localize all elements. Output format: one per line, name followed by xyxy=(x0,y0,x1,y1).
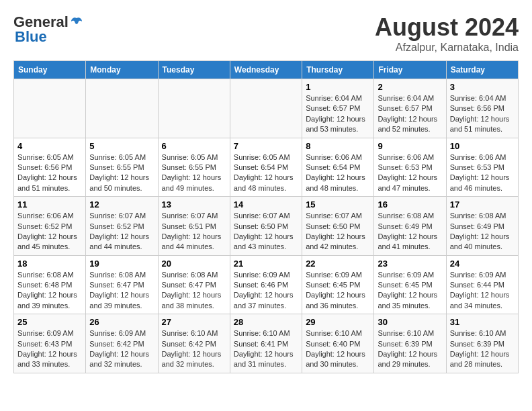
day-number: 31 xyxy=(450,317,515,327)
calendar-cell xyxy=(158,79,230,138)
day-number: 13 xyxy=(162,199,226,210)
day-number: 17 xyxy=(450,199,515,210)
day-number: 6 xyxy=(162,141,226,151)
day-info: Sunrise: 6:09 AM Sunset: 6:43 PM Dayligh… xyxy=(17,328,82,370)
calendar-cell: 8Sunrise: 6:06 AM Sunset: 6:54 PM Daylig… xyxy=(302,138,374,197)
calendar-cell: 16Sunrise: 6:08 AM Sunset: 6:49 PM Dayli… xyxy=(374,197,446,256)
logo: General Blue xyxy=(13,13,83,46)
day-info: Sunrise: 6:06 AM Sunset: 6:53 PM Dayligh… xyxy=(378,152,442,194)
calendar-cell: 6Sunrise: 6:05 AM Sunset: 6:55 PM Daylig… xyxy=(158,138,230,197)
day-number: 29 xyxy=(306,317,370,327)
calendar-cell: 17Sunrise: 6:08 AM Sunset: 6:49 PM Dayli… xyxy=(446,197,518,256)
day-number: 1 xyxy=(306,82,370,92)
day-info: Sunrise: 6:05 AM Sunset: 6:55 PM Dayligh… xyxy=(162,152,226,194)
day-number: 3 xyxy=(450,82,515,92)
calendar-cell: 7Sunrise: 6:05 AM Sunset: 6:54 PM Daylig… xyxy=(230,138,302,197)
day-number: 25 xyxy=(17,317,82,327)
calendar-week-row: 11Sunrise: 6:06 AM Sunset: 6:52 PM Dayli… xyxy=(14,197,519,256)
day-number: 26 xyxy=(89,317,154,327)
day-number: 2 xyxy=(378,82,442,92)
calendar-cell: 19Sunrise: 6:08 AM Sunset: 6:47 PM Dayli… xyxy=(86,255,158,314)
day-info: Sunrise: 6:05 AM Sunset: 6:55 PM Dayligh… xyxy=(89,152,154,194)
weekday-header-wednesday: Wednesday xyxy=(230,61,302,79)
calendar-cell: 4Sunrise: 6:05 AM Sunset: 6:56 PM Daylig… xyxy=(14,138,86,197)
day-info: Sunrise: 6:04 AM Sunset: 6:57 PM Dayligh… xyxy=(306,93,370,135)
day-info: Sunrise: 6:04 AM Sunset: 6:57 PM Dayligh… xyxy=(378,93,442,135)
title-area: August 2024 Afzalpur, Karnataka, India xyxy=(375,13,519,54)
logo-bird-icon xyxy=(70,15,83,29)
day-info: Sunrise: 6:06 AM Sunset: 6:53 PM Dayligh… xyxy=(450,152,515,194)
calendar-cell: 10Sunrise: 6:06 AM Sunset: 6:53 PM Dayli… xyxy=(446,138,518,197)
calendar-cell: 23Sunrise: 6:09 AM Sunset: 6:45 PM Dayli… xyxy=(374,255,446,314)
day-info: Sunrise: 6:10 AM Sunset: 6:42 PM Dayligh… xyxy=(162,328,226,370)
weekday-header-sunday: Sunday xyxy=(14,61,86,79)
day-info: Sunrise: 6:10 AM Sunset: 6:41 PM Dayligh… xyxy=(234,328,298,370)
day-info: Sunrise: 6:04 AM Sunset: 6:56 PM Dayligh… xyxy=(450,93,515,135)
day-info: Sunrise: 6:08 AM Sunset: 6:49 PM Dayligh… xyxy=(450,211,515,253)
calendar-cell: 22Sunrise: 6:09 AM Sunset: 6:45 PM Dayli… xyxy=(302,255,374,314)
weekday-header-tuesday: Tuesday xyxy=(158,61,230,79)
day-number: 4 xyxy=(17,141,82,151)
day-number: 22 xyxy=(306,259,370,269)
calendar-cell: 31Sunrise: 6:10 AM Sunset: 6:39 PM Dayli… xyxy=(446,314,518,373)
day-info: Sunrise: 6:07 AM Sunset: 6:50 PM Dayligh… xyxy=(306,211,370,253)
page-subtitle: Afzalpur, Karnataka, India xyxy=(375,42,519,54)
day-info: Sunrise: 6:09 AM Sunset: 6:46 PM Dayligh… xyxy=(234,270,298,312)
day-info: Sunrise: 6:09 AM Sunset: 6:44 PM Dayligh… xyxy=(450,270,515,312)
calendar-cell xyxy=(14,79,86,138)
day-info: Sunrise: 6:10 AM Sunset: 6:39 PM Dayligh… xyxy=(450,328,515,370)
day-number: 27 xyxy=(162,317,226,327)
calendar-cell: 24Sunrise: 6:09 AM Sunset: 6:44 PM Dayli… xyxy=(446,255,518,314)
page-title: August 2024 xyxy=(375,13,519,42)
weekday-header-friday: Friday xyxy=(374,61,446,79)
calendar-cell: 25Sunrise: 6:09 AM Sunset: 6:43 PM Dayli… xyxy=(14,314,86,373)
day-info: Sunrise: 6:05 AM Sunset: 6:54 PM Dayligh… xyxy=(234,152,298,194)
day-info: Sunrise: 6:08 AM Sunset: 6:49 PM Dayligh… xyxy=(378,211,442,253)
calendar-cell: 29Sunrise: 6:10 AM Sunset: 6:40 PM Dayli… xyxy=(302,314,374,373)
day-number: 23 xyxy=(378,259,442,269)
calendar-table: SundayMondayTuesdayWednesdayThursdayFrid… xyxy=(13,60,519,373)
weekday-header-thursday: Thursday xyxy=(302,61,374,79)
calendar-cell: 2Sunrise: 6:04 AM Sunset: 6:57 PM Daylig… xyxy=(374,79,446,138)
calendar-cell: 14Sunrise: 6:07 AM Sunset: 6:50 PM Dayli… xyxy=(230,197,302,256)
day-number: 19 xyxy=(89,259,154,269)
calendar-week-row: 1Sunrise: 6:04 AM Sunset: 6:57 PM Daylig… xyxy=(14,79,519,138)
day-info: Sunrise: 6:07 AM Sunset: 6:52 PM Dayligh… xyxy=(89,211,154,253)
calendar-cell: 18Sunrise: 6:08 AM Sunset: 6:48 PM Dayli… xyxy=(14,255,86,314)
weekday-header-saturday: Saturday xyxy=(446,61,518,79)
day-info: Sunrise: 6:07 AM Sunset: 6:50 PM Dayligh… xyxy=(234,211,298,253)
day-number: 11 xyxy=(17,199,82,210)
day-number: 24 xyxy=(450,259,515,269)
day-number: 18 xyxy=(17,259,82,269)
calendar-cell: 3Sunrise: 6:04 AM Sunset: 6:56 PM Daylig… xyxy=(446,79,518,138)
weekday-header-row: SundayMondayTuesdayWednesdayThursdayFrid… xyxy=(14,61,519,79)
calendar-cell: 20Sunrise: 6:08 AM Sunset: 6:47 PM Dayli… xyxy=(158,255,230,314)
weekday-header-monday: Monday xyxy=(86,61,158,79)
day-number: 14 xyxy=(234,199,298,210)
calendar-cell: 13Sunrise: 6:07 AM Sunset: 6:51 PM Dayli… xyxy=(158,197,230,256)
day-info: Sunrise: 6:05 AM Sunset: 6:56 PM Dayligh… xyxy=(17,152,82,194)
day-number: 15 xyxy=(306,199,370,210)
day-info: Sunrise: 6:10 AM Sunset: 6:39 PM Dayligh… xyxy=(378,328,442,370)
day-number: 12 xyxy=(89,199,154,210)
day-info: Sunrise: 6:08 AM Sunset: 6:47 PM Dayligh… xyxy=(89,270,154,312)
day-info: Sunrise: 6:10 AM Sunset: 6:40 PM Dayligh… xyxy=(306,328,370,370)
calendar-week-row: 4Sunrise: 6:05 AM Sunset: 6:56 PM Daylig… xyxy=(14,138,519,197)
day-number: 8 xyxy=(306,141,370,151)
day-info: Sunrise: 6:09 AM Sunset: 6:42 PM Dayligh… xyxy=(89,328,154,370)
day-number: 30 xyxy=(378,317,442,327)
day-info: Sunrise: 6:08 AM Sunset: 6:48 PM Dayligh… xyxy=(17,270,82,312)
day-number: 10 xyxy=(450,141,515,151)
calendar-cell: 11Sunrise: 6:06 AM Sunset: 6:52 PM Dayli… xyxy=(14,197,86,256)
calendar-cell: 1Sunrise: 6:04 AM Sunset: 6:57 PM Daylig… xyxy=(302,79,374,138)
calendar-cell: 26Sunrise: 6:09 AM Sunset: 6:42 PM Dayli… xyxy=(86,314,158,373)
calendar-cell: 5Sunrise: 6:05 AM Sunset: 6:55 PM Daylig… xyxy=(86,138,158,197)
day-number: 21 xyxy=(234,259,298,269)
day-number: 28 xyxy=(234,317,298,327)
calendar-cell xyxy=(86,79,158,138)
day-number: 5 xyxy=(89,141,154,151)
day-info: Sunrise: 6:07 AM Sunset: 6:51 PM Dayligh… xyxy=(162,211,226,253)
calendar-week-row: 18Sunrise: 6:08 AM Sunset: 6:48 PM Dayli… xyxy=(14,255,519,314)
calendar-cell: 21Sunrise: 6:09 AM Sunset: 6:46 PM Dayli… xyxy=(230,255,302,314)
day-info: Sunrise: 6:09 AM Sunset: 6:45 PM Dayligh… xyxy=(306,270,370,312)
